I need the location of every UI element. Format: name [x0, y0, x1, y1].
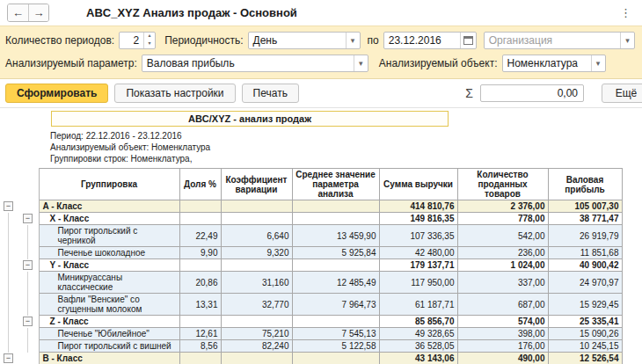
- collapse-toggle-icon[interactable]: −: [23, 317, 33, 326]
- value-cell: 9,320: [221, 247, 292, 259]
- tree-line: [8, 340, 9, 353]
- organization-placeholder: Организация: [485, 34, 620, 47]
- chevron-down-icon[interactable]: ▾: [620, 33, 634, 48]
- tree-line: [27, 328, 28, 340]
- value-cell: 10 245,15: [548, 340, 622, 353]
- table-row: Пирог тирольский с вишней8,5682,2405 122…: [0, 340, 622, 353]
- value-cell: 20,86: [179, 272, 221, 294]
- table-body: −A - Класс414 810,762 376,00105 007,30−X…: [0, 200, 622, 364]
- value-cell: 337,00: [457, 272, 548, 294]
- tree-line: [27, 272, 28, 294]
- column-header: Количество проданных товаров: [457, 169, 548, 200]
- to-label: по: [368, 34, 379, 47]
- value-cell: 105 007,30: [548, 200, 622, 213]
- value-cell: 40 900,42: [548, 259, 622, 272]
- value-cell: [179, 259, 221, 272]
- value-cell: 75,210: [221, 328, 292, 340]
- value-cell: 24 970,97: [548, 272, 622, 294]
- collapse-toggle-icon[interactable]: −: [4, 201, 13, 211]
- value-cell: 22,49: [179, 225, 221, 247]
- tree-gutter: −: [0, 316, 39, 328]
- value-cell: [292, 200, 379, 213]
- value-cell: 7 545,13: [292, 328, 379, 340]
- value-cell: [221, 316, 292, 328]
- column-header: Валовая прибыль: [548, 169, 622, 200]
- date-to-field[interactable]: 23.12.2016: [383, 32, 477, 49]
- value-cell: 5 122,58: [292, 340, 379, 353]
- group-name-cell: Z - Класс: [39, 316, 179, 328]
- tree-gutter: [0, 328, 39, 340]
- value-cell: 49 328,65: [379, 328, 457, 340]
- value-cell: 26 919,79: [548, 225, 622, 247]
- table-row: Печенье "Юбилейное"12,6175,2107 545,1349…: [0, 328, 622, 340]
- value-cell: 7 964,73: [292, 294, 379, 316]
- step-up-icon[interactable]: ▴: [144, 33, 155, 40]
- tree-line: [8, 294, 9, 316]
- value-cell: [179, 213, 221, 225]
- step-down-icon[interactable]: ▾: [144, 40, 155, 48]
- object-value: Номенклатура: [503, 57, 591, 69]
- chevron-down-icon[interactable]: ▾: [354, 55, 368, 71]
- value-cell: [221, 200, 292, 213]
- more-button[interactable]: Ещё: [602, 84, 642, 103]
- value-cell: 12,61: [179, 328, 221, 340]
- value-cell: [179, 200, 221, 213]
- table-row: −Z - Класс85 856,70574,0025 335,41: [0, 316, 622, 328]
- report-title: ABC/XYZ - анализ продаж: [51, 111, 449, 127]
- organization-select[interactable]: Организация ▾: [484, 32, 635, 49]
- value-cell: 9,90: [179, 247, 221, 259]
- value-cell: 38 771,47: [548, 213, 622, 225]
- param-value: Валовая прибыль: [142, 57, 354, 69]
- tree-line: [8, 316, 9, 328]
- param-select[interactable]: Валовая прибыль ▾: [142, 55, 368, 72]
- periodicity-select[interactable]: День ▾: [248, 32, 361, 49]
- value-cell: 42 480,00: [379, 247, 457, 259]
- value-cell: 5 925,84: [292, 247, 379, 259]
- value-cell: 490,00: [457, 353, 548, 364]
- forward-button[interactable]: →: [28, 4, 48, 21]
- calendar-icon[interactable]: [460, 33, 476, 48]
- tree-line: [27, 225, 28, 247]
- collapse-toggle-icon[interactable]: −: [4, 353, 13, 363]
- value-cell: [292, 213, 379, 225]
- value-cell: [292, 353, 379, 364]
- table-row: −X - Класс149 816,35778,0038 771,47: [0, 213, 622, 225]
- chevron-down-icon[interactable]: ▾: [591, 55, 605, 71]
- value-cell: 778,00: [457, 213, 548, 225]
- generate-button[interactable]: Сформировать: [5, 84, 108, 103]
- table-row: Миникруассаны классические20,8631,16012 …: [0, 272, 622, 294]
- more-menu-icon[interactable]: ⋮: [616, 6, 635, 19]
- report-info-line: Период: 22.12.2016 - 23.12.2016: [50, 130, 642, 142]
- stepper-arrows[interactable]: ▴▾: [143, 33, 155, 48]
- value-cell: 82,240: [221, 340, 292, 353]
- value-cell: [179, 316, 221, 328]
- tree-gutter: [0, 272, 39, 294]
- object-select[interactable]: Номенклатура ▾: [502, 55, 606, 72]
- column-header: Коэффициент вариации: [221, 169, 292, 200]
- value-cell: 13 459,90: [292, 225, 379, 247]
- value-cell: 32,770: [221, 294, 292, 316]
- back-button[interactable]: ←: [8, 4, 28, 21]
- value-cell: 12 485,49: [292, 272, 379, 294]
- tree-gutter: [0, 225, 39, 247]
- page-title: ABC_XYZ Анализ продаж - Основной: [86, 6, 297, 19]
- value-cell: 398,00: [457, 328, 548, 340]
- value-cell: [292, 316, 379, 328]
- table-row: Пирог тирольский с черникой22,496,64013 …: [0, 225, 622, 247]
- periods-stepper[interactable]: 2 ▴▾: [119, 32, 156, 49]
- sum-icon: Σ: [465, 86, 473, 100]
- show-settings-button[interactable]: Показать настройки: [114, 84, 235, 103]
- sum-field[interactable]: 0,00: [480, 84, 584, 102]
- tree-gutter: −: [0, 200, 39, 213]
- tree-gutter: [0, 247, 39, 259]
- collapse-toggle-icon[interactable]: −: [23, 214, 33, 223]
- periodicity-label: Периодичность:: [164, 34, 243, 47]
- chevron-down-icon[interactable]: ▾: [346, 33, 360, 48]
- report-table: ГруппировкаДоля %Коэффициент вариацииСре…: [0, 168, 623, 364]
- value-cell: 31,160: [221, 272, 292, 294]
- collapse-toggle-icon[interactable]: −: [23, 260, 33, 270]
- print-button[interactable]: Печать: [242, 84, 299, 103]
- value-cell: 6,640: [221, 225, 292, 247]
- value-cell: 43 143,06: [379, 353, 457, 364]
- group-name-cell: Пирог тирольский с черникой: [39, 225, 179, 247]
